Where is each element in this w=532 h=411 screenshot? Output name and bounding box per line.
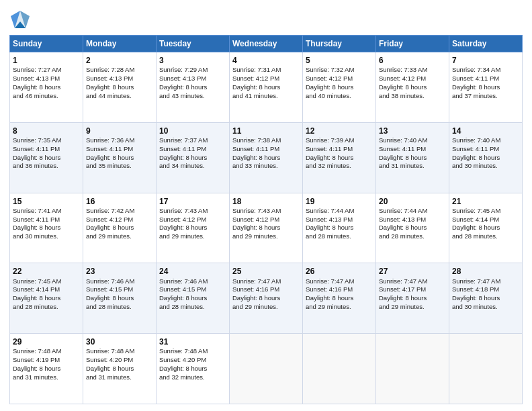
table-row (449, 334, 523, 404)
day-info: Daylight: 8 hours (159, 154, 226, 163)
day-info: Sunset: 4:11 PM (306, 145, 373, 154)
day-info: Sunrise: 7:31 AM (232, 66, 300, 75)
day-info: Sunrise: 7:43 AM (232, 207, 300, 216)
day-info: and 32 minutes. (159, 373, 226, 382)
day-number: 26 (306, 266, 373, 277)
day-info: Sunset: 4:17 PM (379, 285, 446, 294)
day-number: 30 (86, 336, 153, 347)
day-info: Sunrise: 7:38 AM (232, 136, 300, 145)
day-info: Sunset: 4:11 PM (159, 145, 226, 154)
day-info: Sunrise: 7:37 AM (159, 136, 226, 145)
day-number: 25 (232, 266, 300, 277)
day-info: Daylight: 8 hours (86, 224, 153, 232)
day-info: Sunset: 4:13 PM (306, 216, 373, 224)
table-row: 17Sunrise: 7:43 AMSunset: 4:12 PMDayligh… (157, 193, 230, 263)
day-info: Sunset: 4:13 PM (86, 75, 153, 83)
day-number: 6 (379, 55, 446, 66)
day-info: Daylight: 8 hours (452, 154, 519, 163)
day-info: and 29 minutes. (86, 232, 153, 241)
day-info: Sunset: 4:12 PM (232, 75, 300, 83)
calendar-row-4: 22Sunrise: 7:45 AMSunset: 4:14 PMDayligh… (10, 263, 523, 334)
calendar-row-2: 8Sunrise: 7:35 AMSunset: 4:11 PMDaylight… (10, 122, 523, 193)
day-info: and 28 minutes. (159, 303, 226, 312)
day-number: 13 (379, 126, 446, 136)
day-info: Daylight: 8 hours (306, 294, 373, 303)
day-number: 18 (232, 196, 300, 207)
table-row (376, 334, 449, 404)
day-info: Sunrise: 7:40 AM (379, 136, 446, 145)
day-info: Daylight: 8 hours (306, 224, 373, 232)
page: Sunday Monday Tuesday Wednesday Thursday… (0, 0, 532, 411)
day-number: 9 (86, 126, 153, 136)
day-info: Sunset: 4:12 PM (306, 75, 373, 83)
table-row: 23Sunrise: 7:46 AMSunset: 4:15 PMDayligh… (83, 263, 157, 334)
day-info: Sunset: 4:14 PM (13, 285, 80, 294)
day-info: and 29 minutes. (379, 303, 446, 312)
day-info: and 30 minutes. (452, 303, 519, 312)
day-info: and 28 minutes. (452, 232, 519, 241)
day-info: Sunset: 4:13 PM (13, 75, 80, 83)
day-info: Sunrise: 7:45 AM (13, 277, 80, 286)
day-info: Daylight: 8 hours (159, 83, 226, 92)
day-info: and 36 minutes. (13, 162, 80, 171)
day-info: Sunrise: 7:33 AM (379, 66, 446, 75)
day-info: Sunrise: 7:41 AM (13, 207, 80, 216)
day-info: Sunset: 4:11 PM (86, 145, 153, 154)
table-row: 12Sunrise: 7:39 AMSunset: 4:11 PMDayligh… (303, 122, 376, 193)
header (9, 7, 523, 31)
day-info: Daylight: 8 hours (306, 83, 373, 92)
table-row: 24Sunrise: 7:46 AMSunset: 4:15 PMDayligh… (157, 263, 230, 334)
day-info: and 35 minutes. (86, 162, 153, 171)
day-info: and 29 minutes. (159, 232, 226, 241)
day-info: Sunrise: 7:47 AM (232, 277, 300, 286)
day-number: 24 (159, 266, 226, 277)
day-info: Sunrise: 7:42 AM (86, 207, 153, 216)
day-info: and 46 minutes. (13, 92, 80, 101)
day-info: Daylight: 8 hours (13, 365, 80, 373)
day-info: Sunrise: 7:47 AM (379, 277, 446, 286)
day-info: Sunrise: 7:46 AM (86, 277, 153, 286)
day-number: 29 (13, 336, 80, 347)
day-number: 7 (452, 55, 519, 66)
day-info: and 29 minutes. (232, 232, 300, 241)
day-info: Daylight: 8 hours (86, 294, 153, 303)
table-row (303, 334, 376, 404)
day-number: 23 (86, 266, 153, 277)
day-info: Sunset: 4:14 PM (452, 216, 519, 224)
day-number: 21 (452, 196, 519, 207)
day-info: Sunrise: 7:35 AM (13, 136, 80, 145)
table-row: 30Sunrise: 7:48 AMSunset: 4:20 PMDayligh… (83, 334, 157, 404)
table-row: 29Sunrise: 7:48 AMSunset: 4:19 PMDayligh… (10, 334, 83, 404)
day-info: Daylight: 8 hours (159, 224, 226, 232)
day-info: and 37 minutes. (452, 92, 519, 101)
day-info: Sunset: 4:18 PM (452, 285, 519, 294)
day-info: Sunset: 4:12 PM (232, 216, 300, 224)
day-info: and 29 minutes. (306, 303, 373, 312)
day-number: 16 (86, 196, 153, 207)
day-info: Sunrise: 7:36 AM (86, 136, 153, 145)
day-info: Daylight: 8 hours (13, 224, 80, 232)
day-number: 12 (306, 126, 373, 136)
table-row: 16Sunrise: 7:42 AMSunset: 4:12 PMDayligh… (83, 193, 157, 263)
day-info: Daylight: 8 hours (379, 83, 446, 92)
day-info: Sunset: 4:11 PM (452, 145, 519, 154)
calendar-table: Sunday Monday Tuesday Wednesday Thursday… (9, 35, 523, 404)
table-row: 14Sunrise: 7:40 AMSunset: 4:11 PMDayligh… (449, 122, 523, 193)
day-info: Daylight: 8 hours (379, 294, 446, 303)
calendar-row-5: 29Sunrise: 7:48 AMSunset: 4:19 PMDayligh… (10, 334, 523, 404)
day-info: Sunset: 4:16 PM (306, 285, 373, 294)
table-row: 26Sunrise: 7:47 AMSunset: 4:16 PMDayligh… (303, 263, 376, 334)
col-friday: Friday (376, 36, 449, 52)
day-number: 22 (13, 266, 80, 277)
day-info: Sunrise: 7:48 AM (159, 347, 226, 356)
logo-text-block (9, 9, 30, 31)
table-row: 10Sunrise: 7:37 AMSunset: 4:11 PMDayligh… (157, 122, 230, 193)
table-row: 18Sunrise: 7:43 AMSunset: 4:12 PMDayligh… (230, 193, 303, 263)
day-info: Daylight: 8 hours (452, 83, 519, 92)
col-tuesday: Tuesday (157, 36, 230, 52)
day-info: Sunrise: 7:45 AM (452, 207, 519, 216)
table-row: 11Sunrise: 7:38 AMSunset: 4:11 PMDayligh… (230, 122, 303, 193)
day-info: and 28 minutes. (86, 303, 153, 312)
day-info: Daylight: 8 hours (159, 365, 226, 373)
day-info: Sunrise: 7:47 AM (452, 277, 519, 286)
